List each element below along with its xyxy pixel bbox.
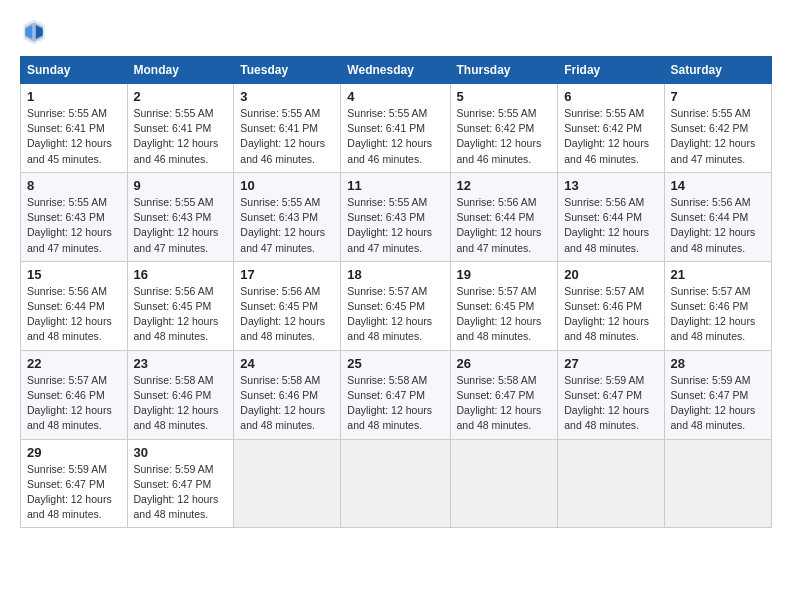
day-number: 26 bbox=[457, 356, 552, 371]
day-info: Sunrise: 5:57 AMSunset: 6:46 PMDaylight:… bbox=[671, 284, 765, 345]
day-info: Sunrise: 5:59 AMSunset: 6:47 PMDaylight:… bbox=[564, 373, 657, 434]
day-info: Sunrise: 5:56 AMSunset: 6:45 PMDaylight:… bbox=[134, 284, 228, 345]
day-info: Sunrise: 5:55 AMSunset: 6:42 PMDaylight:… bbox=[564, 106, 657, 167]
day-info: Sunrise: 5:58 AMSunset: 6:46 PMDaylight:… bbox=[134, 373, 228, 434]
logo-icon bbox=[20, 18, 48, 46]
day-info: Sunrise: 5:59 AMSunset: 6:47 PMDaylight:… bbox=[27, 462, 121, 523]
calendar-cell: 24Sunrise: 5:58 AMSunset: 6:46 PMDayligh… bbox=[234, 350, 341, 439]
calendar-cell: 27Sunrise: 5:59 AMSunset: 6:47 PMDayligh… bbox=[558, 350, 664, 439]
day-info: Sunrise: 5:58 AMSunset: 6:46 PMDaylight:… bbox=[240, 373, 334, 434]
calendar-cell: 30Sunrise: 5:59 AMSunset: 6:47 PMDayligh… bbox=[127, 439, 234, 528]
day-info: Sunrise: 5:55 AMSunset: 6:41 PMDaylight:… bbox=[134, 106, 228, 167]
calendar-cell: 25Sunrise: 5:58 AMSunset: 6:47 PMDayligh… bbox=[341, 350, 450, 439]
day-info: Sunrise: 5:55 AMSunset: 6:43 PMDaylight:… bbox=[27, 195, 121, 256]
calendar-cell bbox=[234, 439, 341, 528]
calendar-cell: 8Sunrise: 5:55 AMSunset: 6:43 PMDaylight… bbox=[21, 172, 128, 261]
calendar-cell: 2Sunrise: 5:55 AMSunset: 6:41 PMDaylight… bbox=[127, 84, 234, 173]
logo bbox=[20, 18, 52, 46]
col-header-thursday: Thursday bbox=[450, 57, 558, 84]
calendar-cell: 4Sunrise: 5:55 AMSunset: 6:41 PMDaylight… bbox=[341, 84, 450, 173]
day-info: Sunrise: 5:59 AMSunset: 6:47 PMDaylight:… bbox=[671, 373, 765, 434]
day-info: Sunrise: 5:55 AMSunset: 6:41 PMDaylight:… bbox=[347, 106, 443, 167]
day-number: 6 bbox=[564, 89, 657, 104]
day-number: 23 bbox=[134, 356, 228, 371]
day-number: 11 bbox=[347, 178, 443, 193]
calendar-cell: 19Sunrise: 5:57 AMSunset: 6:45 PMDayligh… bbox=[450, 261, 558, 350]
day-info: Sunrise: 5:58 AMSunset: 6:47 PMDaylight:… bbox=[347, 373, 443, 434]
calendar-cell: 5Sunrise: 5:55 AMSunset: 6:42 PMDaylight… bbox=[450, 84, 558, 173]
calendar-cell bbox=[450, 439, 558, 528]
day-info: Sunrise: 5:57 AMSunset: 6:45 PMDaylight:… bbox=[457, 284, 552, 345]
calendar-cell: 18Sunrise: 5:57 AMSunset: 6:45 PMDayligh… bbox=[341, 261, 450, 350]
day-info: Sunrise: 5:56 AMSunset: 6:44 PMDaylight:… bbox=[27, 284, 121, 345]
calendar-cell: 22Sunrise: 5:57 AMSunset: 6:46 PMDayligh… bbox=[21, 350, 128, 439]
calendar-cell: 9Sunrise: 5:55 AMSunset: 6:43 PMDaylight… bbox=[127, 172, 234, 261]
day-number: 5 bbox=[457, 89, 552, 104]
day-number: 12 bbox=[457, 178, 552, 193]
day-number: 27 bbox=[564, 356, 657, 371]
day-info: Sunrise: 5:55 AMSunset: 6:41 PMDaylight:… bbox=[240, 106, 334, 167]
day-number: 16 bbox=[134, 267, 228, 282]
day-number: 13 bbox=[564, 178, 657, 193]
col-header-tuesday: Tuesday bbox=[234, 57, 341, 84]
calendar-cell bbox=[341, 439, 450, 528]
day-info: Sunrise: 5:56 AMSunset: 6:44 PMDaylight:… bbox=[564, 195, 657, 256]
day-info: Sunrise: 5:55 AMSunset: 6:41 PMDaylight:… bbox=[27, 106, 121, 167]
week-row-2: 8Sunrise: 5:55 AMSunset: 6:43 PMDaylight… bbox=[21, 172, 772, 261]
day-info: Sunrise: 5:56 AMSunset: 6:44 PMDaylight:… bbox=[671, 195, 765, 256]
calendar-cell: 20Sunrise: 5:57 AMSunset: 6:46 PMDayligh… bbox=[558, 261, 664, 350]
day-number: 4 bbox=[347, 89, 443, 104]
day-info: Sunrise: 5:55 AMSunset: 6:43 PMDaylight:… bbox=[240, 195, 334, 256]
day-info: Sunrise: 5:57 AMSunset: 6:45 PMDaylight:… bbox=[347, 284, 443, 345]
day-number: 3 bbox=[240, 89, 334, 104]
day-info: Sunrise: 5:57 AMSunset: 6:46 PMDaylight:… bbox=[27, 373, 121, 434]
day-info: Sunrise: 5:57 AMSunset: 6:46 PMDaylight:… bbox=[564, 284, 657, 345]
day-number: 29 bbox=[27, 445, 121, 460]
calendar-cell: 26Sunrise: 5:58 AMSunset: 6:47 PMDayligh… bbox=[450, 350, 558, 439]
day-number: 19 bbox=[457, 267, 552, 282]
week-row-1: 1Sunrise: 5:55 AMSunset: 6:41 PMDaylight… bbox=[21, 84, 772, 173]
day-info: Sunrise: 5:55 AMSunset: 6:42 PMDaylight:… bbox=[671, 106, 765, 167]
day-number: 15 bbox=[27, 267, 121, 282]
calendar-cell: 16Sunrise: 5:56 AMSunset: 6:45 PMDayligh… bbox=[127, 261, 234, 350]
day-number: 14 bbox=[671, 178, 765, 193]
day-number: 20 bbox=[564, 267, 657, 282]
calendar-cell: 28Sunrise: 5:59 AMSunset: 6:47 PMDayligh… bbox=[664, 350, 771, 439]
col-header-saturday: Saturday bbox=[664, 57, 771, 84]
day-number: 22 bbox=[27, 356, 121, 371]
col-header-wednesday: Wednesday bbox=[341, 57, 450, 84]
day-number: 28 bbox=[671, 356, 765, 371]
week-row-5: 29Sunrise: 5:59 AMSunset: 6:47 PMDayligh… bbox=[21, 439, 772, 528]
day-info: Sunrise: 5:55 AMSunset: 6:43 PMDaylight:… bbox=[347, 195, 443, 256]
day-info: Sunrise: 5:56 AMSunset: 6:45 PMDaylight:… bbox=[240, 284, 334, 345]
day-info: Sunrise: 5:56 AMSunset: 6:44 PMDaylight:… bbox=[457, 195, 552, 256]
day-number: 1 bbox=[27, 89, 121, 104]
calendar-cell: 6Sunrise: 5:55 AMSunset: 6:42 PMDaylight… bbox=[558, 84, 664, 173]
day-number: 30 bbox=[134, 445, 228, 460]
calendar-cell: 11Sunrise: 5:55 AMSunset: 6:43 PMDayligh… bbox=[341, 172, 450, 261]
calendar-cell: 10Sunrise: 5:55 AMSunset: 6:43 PMDayligh… bbox=[234, 172, 341, 261]
day-number: 25 bbox=[347, 356, 443, 371]
day-number: 7 bbox=[671, 89, 765, 104]
day-info: Sunrise: 5:59 AMSunset: 6:47 PMDaylight:… bbox=[134, 462, 228, 523]
col-header-sunday: Sunday bbox=[21, 57, 128, 84]
calendar-cell bbox=[664, 439, 771, 528]
calendar-cell: 23Sunrise: 5:58 AMSunset: 6:46 PMDayligh… bbox=[127, 350, 234, 439]
calendar-cell: 15Sunrise: 5:56 AMSunset: 6:44 PMDayligh… bbox=[21, 261, 128, 350]
day-number: 24 bbox=[240, 356, 334, 371]
calendar-cell bbox=[558, 439, 664, 528]
day-number: 2 bbox=[134, 89, 228, 104]
page: SundayMondayTuesdayWednesdayThursdayFrid… bbox=[0, 0, 792, 612]
day-number: 9 bbox=[134, 178, 228, 193]
calendar-cell: 3Sunrise: 5:55 AMSunset: 6:41 PMDaylight… bbox=[234, 84, 341, 173]
calendar-cell: 21Sunrise: 5:57 AMSunset: 6:46 PMDayligh… bbox=[664, 261, 771, 350]
day-number: 18 bbox=[347, 267, 443, 282]
day-number: 17 bbox=[240, 267, 334, 282]
calendar-cell: 14Sunrise: 5:56 AMSunset: 6:44 PMDayligh… bbox=[664, 172, 771, 261]
day-number: 10 bbox=[240, 178, 334, 193]
week-row-4: 22Sunrise: 5:57 AMSunset: 6:46 PMDayligh… bbox=[21, 350, 772, 439]
column-header-row: SundayMondayTuesdayWednesdayThursdayFrid… bbox=[21, 57, 772, 84]
week-row-3: 15Sunrise: 5:56 AMSunset: 6:44 PMDayligh… bbox=[21, 261, 772, 350]
day-number: 21 bbox=[671, 267, 765, 282]
calendar-cell: 17Sunrise: 5:56 AMSunset: 6:45 PMDayligh… bbox=[234, 261, 341, 350]
